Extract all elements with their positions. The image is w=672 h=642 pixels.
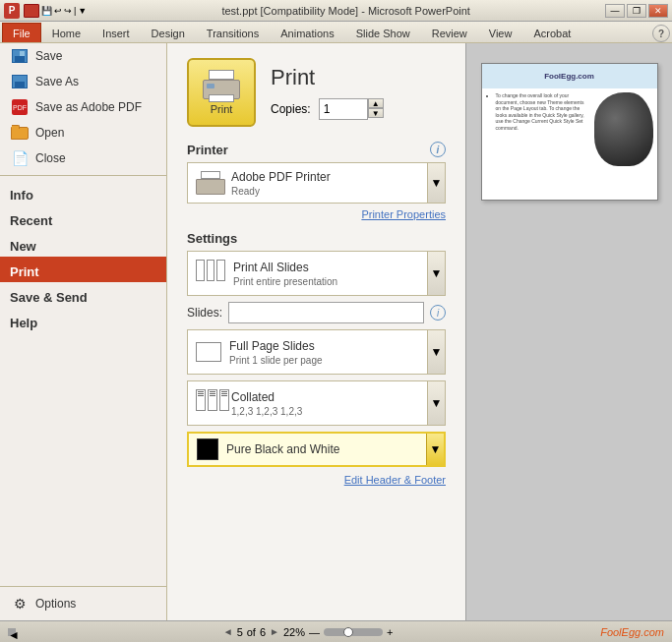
sidebar: Save Save As PDF Save as Adobe PDF Open (0, 43, 167, 642)
minimize-button[interactable]: — (605, 4, 625, 18)
copies-input[interactable]: 1 (319, 98, 368, 120)
collation-dropdown[interactable]: Collated 1,2,3 1,2,3 1,2,3 ▼ (187, 380, 446, 426)
tab-design[interactable]: Design (141, 23, 196, 42)
sidebar-save-adobe-label: Save as Adobe PDF (35, 100, 142, 114)
sidebar-recent-label: Recent (10, 213, 52, 228)
slide-layout-main: Full Page Slides (229, 339, 437, 353)
sidebar-save-label: Save (35, 49, 62, 63)
zoom-slider[interactable] (324, 628, 383, 636)
tab-transitions[interactable]: Transitions (196, 23, 270, 42)
tab-home[interactable]: Home (41, 23, 92, 42)
copies-spinner-buttons[interactable]: ▲ ▼ (368, 98, 384, 120)
restore-button[interactable]: ❐ (627, 4, 646, 18)
sidebar-item-options[interactable]: ⚙ Options (0, 591, 166, 616)
sidebar-item-info[interactable]: Info (0, 180, 166, 205)
printer-properties-link-row: Printer Properties (187, 207, 446, 221)
print-what-arrow[interactable]: ▼ (427, 252, 445, 295)
status-bar: ◄ ◄ 5 of 6 ► 22% — + FoolEgg.com (0, 620, 672, 642)
extra-icon[interactable]: ▼ (78, 6, 87, 16)
printer-small-paper (201, 171, 220, 179)
ribbon-tab-bar: File Home Insert Design Transitions Anim… (0, 22, 672, 43)
tab-insert[interactable]: Insert (92, 23, 141, 42)
title-bar-left: P 💾 ↩ ↪ | ▼ (4, 3, 87, 19)
sidebar-close-label: Close (35, 151, 66, 165)
slide-preview-image (594, 92, 653, 166)
help-button[interactable]: ? (652, 25, 670, 42)
copies-label: Copies: (271, 102, 311, 116)
collation-sub: 1,2,3 1,2,3 1,2,3 (231, 406, 437, 417)
tab-file[interactable]: File (2, 23, 41, 42)
watermark-domain: .com (641, 626, 664, 638)
sidebar-item-print[interactable]: Print (0, 257, 166, 282)
slide-layout-arrow[interactable]: ▼ (427, 330, 445, 374)
slide-layout-sub: Print 1 slide per page (229, 355, 437, 366)
slide-preview: FoolEgg.com To change the overall look o… (481, 63, 658, 201)
next-page-arrow[interactable]: ► (270, 626, 279, 637)
slides-info-icon[interactable]: i (430, 305, 446, 321)
copies-spinner[interactable]: 1 ▲ ▼ (319, 98, 384, 120)
window-controls[interactable]: — ❐ ✕ (605, 4, 668, 18)
print-what-sub: Print entire presentation (233, 276, 437, 287)
sidebar-item-save-adobe[interactable]: PDF Save as Adobe PDF (0, 94, 166, 120)
print-what-main: Print All Slides (233, 261, 437, 274)
print-what-content: Print All Slides Print entire presentati… (233, 261, 437, 287)
sidebar-item-close[interactable]: 📄 Close (0, 146, 166, 171)
print-title: Print (271, 65, 384, 90)
sidebar-item-save-as[interactable]: Save As (0, 69, 166, 94)
printer-status: Ready (231, 186, 437, 197)
color-dropdown-arrow[interactable]: ▼ (426, 434, 444, 465)
app-icon: P (4, 3, 20, 19)
zoom-plus[interactable]: + (387, 626, 393, 638)
print-button[interactable]: Print (187, 58, 256, 127)
file-menu-icon[interactable] (24, 4, 39, 18)
tab-acrobat[interactable]: Acrobat (522, 23, 581, 42)
printer-info-icon[interactable]: i (430, 142, 446, 157)
zoom-handle[interactable] (343, 627, 353, 637)
preview-panel: FoolEgg.com To change the overall look o… (465, 43, 672, 642)
ribbon-tabs-list: File Home Insert Design Transitions Anim… (2, 23, 652, 42)
options-icon: ⚙ (10, 596, 30, 612)
sidebar-item-new[interactable]: New (0, 231, 166, 257)
sidebar-item-recent[interactable]: Recent (0, 205, 166, 231)
collation-main: Collated (231, 390, 437, 404)
redo-icon[interactable]: ↪ (64, 6, 72, 16)
undo-icon[interactable]: ↩ (54, 6, 62, 16)
print-what-dropdown[interactable]: Print All Slides Print entire presentati… (187, 251, 446, 296)
status-left: ◄ (8, 628, 16, 636)
main-container: Save Save As PDF Save as Adobe PDF Open (0, 43, 672, 642)
printer-section-label: Printer i (187, 142, 446, 157)
sidebar-item-save-send[interactable]: Save & Send (0, 282, 166, 308)
sidebar-save-send-label: Save & Send (10, 290, 88, 305)
scroll-left-icon[interactable]: ◄ (8, 628, 16, 636)
collation-arrow[interactable]: ▼ (427, 381, 445, 425)
tab-slideshow[interactable]: Slide Show (345, 23, 421, 42)
tab-view[interactable]: View (478, 23, 523, 42)
save-quick-icon[interactable]: 💾 (41, 6, 52, 16)
printer-dropdown[interactable]: Adobe PDF Printer Ready ▼ (187, 162, 446, 204)
page-navigation: ◄ 5 of 6 ► 22% — + (223, 626, 394, 638)
close-button[interactable]: ✕ (648, 4, 668, 18)
slide-layout-dropdown[interactable]: Full Page Slides Print 1 slide per page … (187, 329, 446, 375)
sidebar-item-save[interactable]: Save (0, 43, 166, 69)
sidebar-item-open[interactable]: Open (0, 120, 166, 146)
open-icon (10, 125, 30, 141)
sidebar-info-label: Info (10, 188, 33, 203)
title-bar: P 💾 ↩ ↪ | ▼ test.ppt [Compatibility Mode… (0, 0, 672, 22)
printer-paper-out (209, 94, 234, 102)
color-dropdown[interactable]: Pure Black and White ▼ (187, 432, 446, 467)
copies-decrement[interactable]: ▼ (368, 108, 384, 118)
tab-review[interactable]: Review (421, 23, 478, 42)
sidebar-print-label: Print (10, 264, 39, 279)
printer-properties-link[interactable]: Printer Properties (361, 208, 446, 220)
printer-paper-in (209, 70, 234, 80)
edit-header-link[interactable]: Edit Header & Footer (344, 474, 446, 486)
app-icon-letter: P (9, 5, 16, 16)
slides-input[interactable] (228, 302, 424, 323)
printer-dropdown-arrow[interactable]: ▼ (427, 163, 445, 203)
sidebar-separator-2 (0, 586, 166, 587)
prev-page-arrow[interactable]: ◄ (223, 626, 233, 637)
zoom-minus[interactable]: — (309, 626, 320, 638)
sidebar-item-help[interactable]: Help (0, 308, 166, 333)
tab-animations[interactable]: Animations (270, 23, 344, 42)
copies-increment[interactable]: ▲ (368, 98, 384, 108)
